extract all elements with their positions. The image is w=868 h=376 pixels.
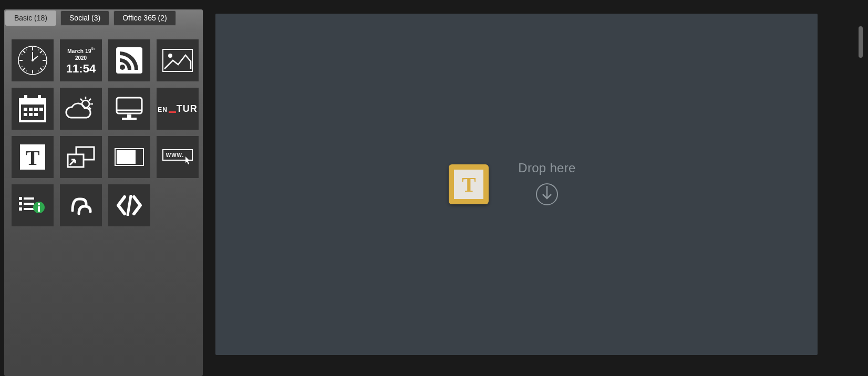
svg-rect-30 — [34, 108, 38, 111]
drop-canvas[interactable]: T Drop here — [215, 14, 818, 355]
svg-rect-28 — [24, 108, 27, 111]
datetime-widget[interactable]: March 19th 2020 11:54 — [60, 39, 102, 81]
svg-line-9 — [38, 49, 39, 50]
svg-rect-32 — [24, 113, 27, 116]
svg-line-40 — [80, 99, 82, 101]
svg-line-5 — [23, 51, 25, 53]
vertical-scrollbar[interactable] — [859, 26, 863, 58]
svg-point-21 — [120, 65, 125, 70]
svg-line-15 — [21, 54, 23, 55]
calendar-icon — [17, 93, 48, 124]
ruter-widget[interactable] — [60, 184, 102, 226]
svg-rect-61 — [38, 206, 40, 212]
svg-line-8 — [23, 68, 25, 70]
text-widget[interactable]: T — [12, 136, 54, 178]
code-widget[interactable] — [108, 184, 150, 226]
drop-center: T Drop here — [449, 161, 575, 208]
tab-basic[interactable]: Basic (18) — [5, 11, 56, 26]
svg-point-19 — [32, 59, 34, 61]
svg-rect-27 — [38, 95, 41, 101]
svg-line-13 — [26, 70, 27, 72]
popout-icon — [67, 146, 95, 168]
code-icon — [114, 195, 144, 216]
svg-rect-34 — [34, 113, 38, 116]
info-list-widget[interactable] — [12, 184, 54, 226]
svg-rect-25 — [20, 99, 45, 105]
widget-sidebar: Basic (18) Social (3) Office 365 (2) — [4, 9, 203, 376]
ruter-icon — [69, 194, 92, 217]
app-root: Basic (18) Social (3) Office 365 (2) — [0, 0, 868, 376]
info-list-icon — [18, 195, 47, 216]
screen-widget[interactable] — [108, 88, 150, 130]
entur-logo: ENTUR — [158, 103, 198, 114]
tab-bar: Basic (18) Social (3) Office 365 (2) — [4, 9, 203, 26]
svg-rect-57 — [19, 207, 22, 211]
date-line: March 19th — [67, 46, 95, 55]
svg-rect-22 — [163, 49, 192, 71]
svg-line-10 — [43, 54, 44, 55]
text-icon: T — [18, 143, 47, 171]
widget-grid: March 19th 2020 11:54 — [4, 26, 203, 234]
iframe-widget[interactable] — [60, 136, 102, 178]
svg-rect-55 — [19, 202, 22, 205]
svg-rect-33 — [29, 113, 33, 116]
weather-icon — [65, 96, 97, 122]
svg-line-16 — [26, 49, 27, 50]
svg-rect-31 — [39, 108, 43, 111]
time-line: 11:54 — [66, 62, 96, 75]
url-icon: WWW. — [162, 149, 193, 165]
svg-line-62 — [128, 196, 131, 215]
svg-line-6 — [40, 68, 42, 70]
text-icon: T — [454, 170, 483, 199]
image-icon — [162, 49, 193, 72]
drop-label: Drop here — [518, 161, 575, 175]
panel-icon — [115, 148, 144, 166]
svg-text:T: T — [26, 146, 40, 170]
svg-rect-43 — [127, 114, 131, 118]
rss-widget[interactable] — [108, 39, 150, 81]
svg-rect-29 — [29, 108, 33, 111]
entur-widget[interactable]: ENTUR — [157, 88, 199, 130]
svg-rect-58 — [24, 208, 34, 210]
svg-line-38 — [89, 99, 91, 101]
drop-hint: Drop here — [518, 161, 575, 208]
image-widget[interactable] — [157, 39, 199, 81]
svg-rect-50 — [117, 150, 136, 164]
svg-line-12 — [38, 70, 39, 72]
svg-line-14 — [21, 66, 23, 67]
svg-line-7 — [40, 51, 42, 53]
year-line: 2020 — [75, 55, 87, 61]
monitor-icon — [115, 96, 144, 122]
drag-preview-text-widget[interactable]: T — [449, 164, 489, 204]
panel-widget[interactable] — [108, 136, 150, 178]
svg-rect-26 — [24, 95, 27, 101]
calendar-widget[interactable] — [12, 88, 54, 130]
clock-icon — [17, 45, 48, 76]
svg-text:WWW.: WWW. — [166, 152, 184, 158]
svg-rect-60 — [38, 203, 40, 205]
tab-office365[interactable]: Office 365 (2) — [113, 11, 176, 26]
rss-icon — [115, 46, 143, 75]
clock-widget[interactable] — [12, 39, 54, 81]
tab-social[interactable]: Social (3) — [60, 11, 109, 26]
svg-point-23 — [168, 54, 172, 58]
weather-widget[interactable] — [60, 88, 102, 130]
svg-rect-44 — [122, 118, 137, 120]
web-widget[interactable]: WWW. — [157, 136, 199, 178]
svg-line-11 — [43, 66, 44, 67]
svg-rect-54 — [24, 197, 34, 200]
svg-rect-56 — [24, 203, 34, 205]
download-arrow-icon — [535, 183, 559, 206]
svg-rect-53 — [19, 197, 22, 200]
